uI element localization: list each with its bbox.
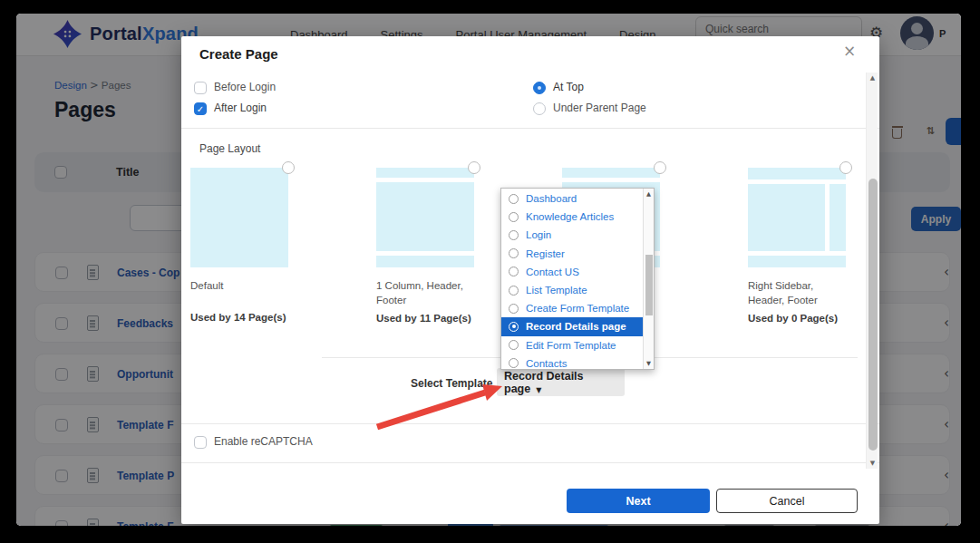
layout-thumbnail <box>376 168 474 267</box>
option-radio <box>509 340 519 350</box>
app-window: PortalXpand Dashboard Settings Portal Us… <box>16 14 961 526</box>
layout-card-usage: Used by 11 Page(s) <box>376 313 474 324</box>
layout-card-default[interactable]: Default Used by 14 Page(s) <box>190 168 288 323</box>
scroll-down-icon[interactable]: ▼ <box>644 360 654 367</box>
layout-card-usage: Used by 14 Page(s) <box>190 312 288 323</box>
layout-card-right-sidebar[interactable]: Right Sidebar, Header, Footer Used by 0 … <box>748 168 846 324</box>
layout-thumbnail <box>190 168 288 267</box>
option-radio-selected <box>509 322 519 332</box>
dropdown-item-contacts[interactable]: Contacts <box>501 354 643 370</box>
select-template-dropdown-button[interactable]: Record Details page▼ <box>497 368 625 396</box>
next-button[interactable]: Next <box>567 489 710 513</box>
option-radio <box>509 248 519 258</box>
before-login-label: Before Login <box>214 81 276 93</box>
option-radio <box>509 230 519 240</box>
create-page-modal: Create Page × Before Login ✓ After Login… <box>181 36 879 524</box>
option-radio <box>509 267 519 276</box>
layout-card-1-column[interactable]: 1 Column, Header, Footer Used by 11 Page… <box>376 168 474 324</box>
layout-card-name: 1 Column, Header, Footer <box>376 279 474 307</box>
option-radio <box>509 212 519 222</box>
divider <box>181 462 879 463</box>
at-top-label: At Top <box>553 81 584 93</box>
layout-radio[interactable] <box>839 161 852 174</box>
option-radio <box>509 304 519 314</box>
dropdown-item-list-template[interactable]: List Template <box>501 281 643 299</box>
modal-scrollbar[interactable]: ▲ ▼ <box>866 73 878 469</box>
dropdown-item-contact-us[interactable]: Contact US <box>501 263 643 281</box>
under-parent-page-radio[interactable] <box>533 102 546 115</box>
dropdown-item-dashboard[interactable]: Dashboard <box>501 189 643 208</box>
layout-card-usage: Used by 0 Page(s) <box>748 313 846 324</box>
enable-recaptcha-label: Enable reCAPTCHA <box>214 435 359 448</box>
modal-title: Create Page <box>199 46 278 62</box>
dropdown-scrollbar[interactable]: ▲ ▼ <box>643 189 654 369</box>
scroll-up-icon[interactable]: ▲ <box>867 74 878 82</box>
before-login-checkbox[interactable] <box>194 82 207 94</box>
layout-radio[interactable] <box>654 161 666 174</box>
after-login-label: After Login <box>214 102 267 114</box>
caret-down-icon: ▼ <box>536 386 541 394</box>
option-radio <box>509 194 519 204</box>
layout-thumbnail <box>748 168 846 267</box>
layout-card-name: Right Sidebar, Header, Footer <box>748 279 846 307</box>
dropdown-item-register[interactable]: Register <box>501 245 643 263</box>
dropdown-item-login[interactable]: Login <box>501 226 643 244</box>
page-layout-label: Page Layout <box>199 142 260 155</box>
enable-recaptcha-checkbox[interactable] <box>194 436 207 449</box>
option-radio <box>509 358 519 368</box>
at-top-radio[interactable] <box>533 82 546 94</box>
dropdown-item-record-details-page[interactable]: Record Details page <box>501 317 643 335</box>
layout-radio[interactable] <box>468 161 480 174</box>
layout-card-name: Default <box>190 279 288 306</box>
scroll-down-icon[interactable]: ▼ <box>867 460 878 467</box>
cancel-button[interactable]: Cancel <box>716 489 858 513</box>
scrollbar-thumb[interactable] <box>868 179 878 451</box>
option-radio <box>509 286 519 296</box>
scroll-up-icon[interactable]: ▲ <box>644 190 654 198</box>
layout-radio[interactable] <box>282 161 295 174</box>
dropdown-item-edit-form-template[interactable]: Edit Form Template <box>501 336 643 354</box>
dropdown-item-knowledge-articles[interactable]: Knowledge Articles <box>501 208 643 226</box>
template-dropdown-list: Dashboard Knowledge Articles Login Regis… <box>500 188 655 370</box>
divider <box>181 128 879 129</box>
dropdown-item-create-form-template[interactable]: Create Form Template <box>501 299 643 317</box>
after-login-checkbox[interactable]: ✓ <box>194 102 207 115</box>
divider <box>181 423 879 424</box>
select-template-label: Select Template <box>411 377 492 390</box>
close-icon[interactable]: × <box>843 42 856 60</box>
under-parent-page-label: Under Parent Page <box>553 102 646 114</box>
scrollbar-thumb[interactable] <box>645 255 653 315</box>
